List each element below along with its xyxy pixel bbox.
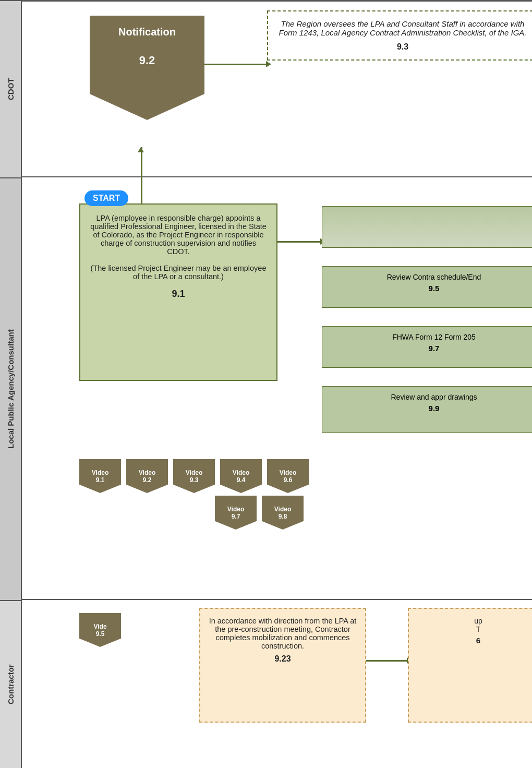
right-box-2-number: 9.5 xyxy=(329,284,532,293)
video-badge-9-2[interactable]: Video 9.2 xyxy=(126,459,168,493)
right-box-4-text: Review and appr drawings xyxy=(329,393,532,401)
video-badge-contractor-9-5[interactable]: Vide 9.5 xyxy=(79,613,121,647)
arrow-up-head xyxy=(138,147,144,152)
right-box-3-text: FHWA Form 12 Form 205 xyxy=(329,333,532,341)
lpa-main-text: LPA (employee in responsible charge) app… xyxy=(90,214,267,281)
lpa-main-box: LPA (employee in responsible charge) app… xyxy=(79,203,277,381)
right-box-2-text: Review Contra schedule/End xyxy=(329,273,532,281)
region-box: The Region oversees the LPA and Consulta… xyxy=(267,10,532,61)
right-box-2: Review Contra schedule/End 9.5 xyxy=(322,266,532,308)
arrow-contractor-right xyxy=(366,660,407,662)
arrow-lpa-to-right xyxy=(277,241,320,243)
video-badges-row-2: Video 9.7 Video 9.8 xyxy=(215,496,304,530)
notification-number: 9.2 xyxy=(95,54,199,67)
contractor-main-box: In accordance with direction from the LP… xyxy=(199,608,366,723)
contractor-right-text: upT xyxy=(417,617,532,633)
cdot-lane-label: CDOT xyxy=(0,0,21,177)
video-badge-9-4[interactable]: Video 9.4 xyxy=(220,459,262,493)
video-badge-9-7[interactable]: Video 9.7 xyxy=(215,496,257,530)
region-box-number: 9.3 xyxy=(276,42,529,52)
right-box-3-number: 9.7 xyxy=(329,344,532,353)
lane-divider-1 xyxy=(22,176,532,177)
contractor-lane-label: Contractor xyxy=(0,600,21,768)
vertical-connector xyxy=(141,147,142,205)
contractor-main-number: 9.23 xyxy=(208,654,357,664)
video-badge-9-8[interactable]: Video 9.8 xyxy=(262,496,304,530)
arrow-notif-to-region xyxy=(204,64,266,65)
video-badges-row-1: Video 9.1 Video 9.2 Video 9.3 Video 9.4 … xyxy=(79,459,309,493)
right-box-3: FHWA Form 12 Form 205 9.7 xyxy=(322,326,532,368)
video-badge-9-3[interactable]: Video 9.3 xyxy=(173,459,215,493)
lane-divider-2 xyxy=(22,599,532,600)
contractor-right-number: 6 xyxy=(417,636,532,645)
lpa-lane-label: Local Public Agency/Consultant xyxy=(0,177,21,600)
contractor-right-box: upT 6 xyxy=(408,608,532,723)
right-box-1 xyxy=(322,206,532,248)
video-badge-9-6[interactable]: Video 9.6 xyxy=(267,459,309,493)
right-box-4-number: 9.9 xyxy=(329,404,532,413)
right-box-4: Review and appr drawings 9.9 xyxy=(322,386,532,433)
region-box-text: The Region oversees the LPA and Consulta… xyxy=(276,19,529,37)
arrow-notif-to-region-head xyxy=(266,61,271,67)
contractor-main-text: In accordance with direction from the LP… xyxy=(208,617,357,650)
notification-box: Notification 9.2 xyxy=(90,16,204,120)
lpa-main-number: 9.1 xyxy=(90,289,267,299)
video-badge-9-1[interactable]: Video 9.1 xyxy=(79,459,121,493)
notification-title: Notification xyxy=(95,26,199,38)
start-badge: START xyxy=(84,190,128,206)
top-border xyxy=(22,0,532,2)
